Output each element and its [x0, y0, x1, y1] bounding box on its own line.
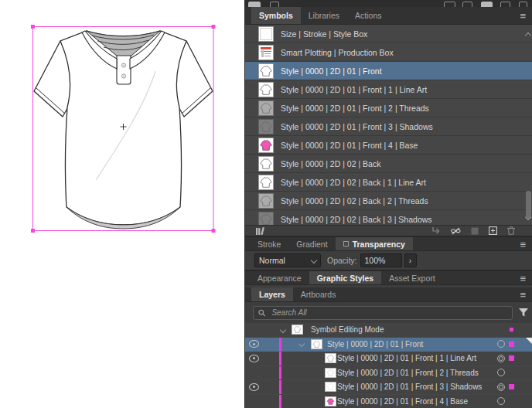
illustrator-window: Symbols Libraries Actions ≡ Size | Strok…: [0, 0, 532, 408]
layer-thumbnail: [325, 396, 336, 406]
panel-dock-icon[interactable]: [500, 2, 510, 7]
visibility-toggle[interactable]: [249, 383, 259, 391]
search-box[interactable]: [253, 306, 513, 320]
layer-row[interactable]: Symbol Editing Mode: [245, 323, 532, 338]
symbols-panel-footer: [245, 225, 532, 236]
opacity-value: 100%: [365, 256, 386, 265]
symbol-options-icon[interactable]: [471, 227, 479, 235]
layer-color-square: [510, 328, 513, 332]
tab-appearance[interactable]: Appearance: [250, 271, 309, 284]
panel-dock-icon[interactable]: [444, 2, 455, 7]
tab-artboards[interactable]: Artboards: [293, 287, 344, 301]
tab-layers-label: Layers: [259, 290, 285, 299]
symbol-libraries-menu-icon[interactable]: [256, 227, 266, 235]
panel-dock-icon[interactable]: [481, 2, 493, 7]
layer-row[interactable]: Style | 0000 | 2D | 01 | Front | 1 | Lin…: [245, 352, 532, 366]
layer-row-selected[interactable]: Style | 0000 | 2D | 01 | Front: [245, 338, 532, 352]
symbols-panel-tabbar: Symbols Libraries Actions ≡: [245, 7, 532, 25]
symbol-thumbnail: [258, 175, 274, 190]
tab-layers[interactable]: Layers: [251, 287, 293, 301]
symbol-item[interactable]: Style | 0000 | 2D | 01 | Front | 4 | Bas…: [245, 136, 532, 155]
tab-stroke[interactable]: Stroke: [250, 237, 288, 250]
layer-color-square: [509, 384, 514, 389]
tab-symbols[interactable]: Symbols: [251, 7, 301, 24]
selected-corner-indicator: [526, 338, 532, 344]
tab-transparency[interactable]: Transparency: [336, 237, 413, 250]
new-symbol-icon[interactable]: [489, 226, 497, 235]
panel-dock: Symbols Libraries Actions ≡ Size | Strok…: [244, 0, 532, 408]
symbol-item[interactable]: Style | 0000 | 2D | 01 | Front | 2 | Thr…: [245, 99, 532, 117]
break-link-icon[interactable]: [451, 227, 461, 235]
tab-actions[interactable]: Actions: [347, 7, 389, 24]
symbol-thumbnail: [258, 119, 274, 134]
symbol-label: Style | 0000 | 2D | 01 | Front | 3 | Sha…: [281, 122, 433, 131]
tab-appearance-label: Appearance: [257, 274, 302, 283]
tab-gradient[interactable]: Gradient: [288, 237, 335, 250]
opacity-field[interactable]: 100%: [360, 253, 402, 267]
visibility-toggle[interactable]: [249, 355, 259, 362]
symbol-item[interactable]: Style | 0000 | 2D | 02 | Back | 2 | Thre…: [245, 192, 532, 210]
eye-icon: [249, 340, 259, 348]
panel-menu-icon[interactable]: ≡: [520, 273, 526, 283]
target-circle-icon[interactable]: [497, 340, 505, 348]
opacity-label: Opacity:: [327, 256, 357, 265]
layer-row[interactable]: Style | 0000 | 2D | 01 | Front | 2 | Thr…: [245, 366, 532, 381]
layer-row[interactable]: Style | 0000 | 2D | 01 | Front | 4 | Bas…: [245, 395, 532, 408]
opacity-slider-button[interactable]: ›: [404, 253, 417, 267]
layer-thumbnail: [325, 368, 336, 378]
layer-thumbnail: [292, 325, 303, 335]
place-symbol-instance-icon[interactable]: [432, 227, 441, 234]
artboard-canvas[interactable]: [0, 0, 244, 408]
layers-list: Symbol Editing Mode Style | 0000 | 2D | …: [245, 323, 532, 408]
delete-symbol-icon[interactable]: [507, 226, 515, 235]
target-circle-icon[interactable]: [497, 397, 505, 405]
panel-dock-icon[interactable]: [519, 2, 527, 7]
symbol-item-selected[interactable]: Style | 0000 | 2D | 01 | Front: [245, 62, 532, 80]
symbol-item[interactable]: Style | 0000 | 2D | 02 | Back: [245, 155, 532, 173]
shirt-artwork[interactable]: [0, 0, 244, 408]
scroll-down-icon[interactable]: [526, 209, 530, 223]
panel-menu-icon[interactable]: ≡: [520, 290, 526, 300]
target-circle-icon[interactable]: [497, 355, 505, 362]
tab-stroke-label: Stroke: [257, 240, 281, 249]
search-input[interactable]: [270, 308, 507, 318]
target-circle-icon[interactable]: [497, 369, 505, 376]
panel-menu-icon[interactable]: ≡: [520, 239, 526, 249]
symbol-label: Style | 0000 | 2D | 02 | Back | 3 | Shad…: [281, 215, 432, 224]
symbol-item[interactable]: Style | 0000 | 2D | 02 | Back | 3 | Shad…: [245, 210, 532, 225]
target-circle-icon[interactable]: [497, 383, 505, 391]
symbol-item[interactable]: Style | 0000 | 2D | 01 | Front | 1 | Lin…: [245, 80, 532, 99]
filter-icon[interactable]: [519, 306, 528, 320]
layer-color-bar: [279, 395, 281, 408]
symbol-item[interactable]: Style | 0000 | 2D | 01 | Front | 3 | Sha…: [245, 117, 532, 136]
transparency-panel-tabbar: Stroke Gradient Transparency ≡: [245, 237, 532, 251]
blend-mode-value: Normal: [259, 256, 285, 265]
symbol-item[interactable]: Size | Stroke | Style Box: [245, 25, 532, 43]
symbol-item[interactable]: Smart Plotting | Production Box: [245, 43, 532, 62]
blend-mode-dropdown[interactable]: Normal: [254, 253, 321, 267]
symbol-label: Style | 0000 | 2D | 01 | Front | 2 | Thr…: [281, 104, 429, 113]
tab-graphic-styles[interactable]: Graphic Styles: [309, 271, 382, 284]
add-icon[interactable]: [270, 2, 279, 7]
tab-asset-export[interactable]: Asset Export: [381, 271, 443, 284]
libraries-icon[interactable]: [248, 2, 261, 7]
symbol-item[interactable]: Style | 0000 | 2D | 02 | Back | 1 | Line…: [245, 173, 532, 192]
layer-color-bar: [279, 352, 281, 366]
visibility-toggle[interactable]: [249, 340, 259, 348]
symbol-label: Style | 0000 | 2D | 01 | Front | 1 | Lin…: [281, 85, 427, 94]
symbol-label: Size | Stroke | Style Box: [281, 29, 367, 39]
transparency-panel-body: Normal Opacity: 100% ›: [245, 251, 532, 270]
layer-label: Style | 0000 | 2D | 01 | Front | 2 | Thr…: [337, 369, 479, 377]
layer-row[interactable]: Style | 0000 | 2D | 01 | Front | 3 | Sha…: [245, 380, 532, 395]
symbol-label: Style | 0000 | 2D | 02 | Back | 2 | Thre…: [281, 196, 428, 206]
tab-libraries[interactable]: Libraries: [301, 7, 347, 24]
symbol-thumbnail: [258, 138, 274, 153]
panel-menu-icon[interactable]: ≡: [520, 11, 526, 21]
symbol-thumbnail: [258, 82, 274, 97]
scroll-up-icon[interactable]: [526, 27, 530, 41]
panel-dock-icon[interactable]: [462, 2, 472, 7]
expand-chevron-icon[interactable]: [280, 327, 286, 333]
expand-chevron-icon[interactable]: [298, 341, 305, 347]
layer-label: Style | 0000 | 2D | 01 | Front | 1 | Lin…: [337, 354, 476, 362]
tab-gradient-label: Gradient: [296, 240, 327, 249]
